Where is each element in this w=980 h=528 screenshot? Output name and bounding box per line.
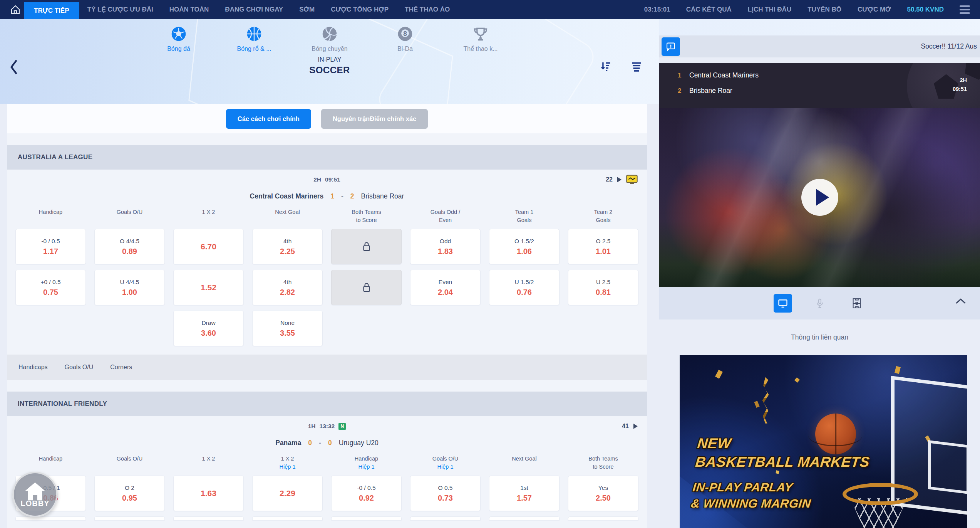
odds-cell[interactable]: Even2.04 xyxy=(410,270,481,305)
league-header-australia[interactable]: AUSTRALIA A LEAGUE xyxy=(7,145,647,170)
right-panel: Soccer!! 11/12 Aus 1 Central Coast Marin… xyxy=(659,19,980,528)
subtab-corners[interactable]: Corners xyxy=(110,364,132,371)
nav-item-cuoc-tong-hop[interactable]: CƯỢC TỔNG HỢP xyxy=(323,0,397,19)
eight-ball-icon: 8 xyxy=(397,25,414,42)
nav-item-cac-ket-qua[interactable]: CÁC KẾT QUẢ xyxy=(678,0,740,19)
betting-app: TRỰC TIẾP TỶ LỆ CƯỢC ƯU ĐÃI HOÀN TOÀN ĐA… xyxy=(0,0,980,528)
odds-cell[interactable]: O 4/4.50.89 xyxy=(94,229,165,264)
play-button[interactable] xyxy=(801,179,838,216)
pitch-view-button[interactable] xyxy=(848,294,866,313)
collapse-panel-button[interactable] xyxy=(955,298,966,304)
basketball-icon xyxy=(246,25,263,42)
lobby-button[interactable]: LOBBY xyxy=(12,472,58,517)
odds-cell[interactable]: 1st1.57 xyxy=(489,476,560,511)
sport-tab-basketball[interactable]: Bóng rổ & ... xyxy=(229,25,279,52)
sport-tab-soccer[interactable]: Bóng đá xyxy=(154,25,204,52)
odds-cell[interactable]: Odd1.83 xyxy=(410,229,481,264)
match-teams-row[interactable]: Central Coast Mariners 1 - 2 Brisbane Ro… xyxy=(7,188,647,204)
basketball-promo-banner[interactable]: NEW BASKETBALL MARKETS IN-PLAY PARLAY & … xyxy=(680,355,967,528)
odds-cell[interactable]: -0 / 0.50.92 xyxy=(331,476,402,511)
more-markets-link[interactable]: 22 xyxy=(606,171,638,188)
odds-cell[interactable]: Yes2.50 xyxy=(568,476,638,511)
nav-item-the-thao-ao[interactable]: THỂ THAO ẢO xyxy=(397,0,458,19)
odds-cell[interactable]: O 1.5/21.06 xyxy=(489,229,560,264)
league-header-friendly[interactable]: INTERNATIONAL FRIENDLY xyxy=(7,392,647,416)
odds-cell[interactable]: 4th2.82 xyxy=(252,270,323,305)
nav-item-lich-thi-dau[interactable]: LỊCH THI ĐẤU xyxy=(740,0,799,19)
odds-cell[interactable]: U 1.5/20.76 xyxy=(489,270,560,305)
stream-controls xyxy=(659,287,980,319)
odds-cell[interactable]: 4th2.25 xyxy=(252,229,323,264)
page-title: SOCCER xyxy=(0,65,659,76)
tv-view-button[interactable] xyxy=(774,294,792,313)
odds-cell[interactable]: 1.52 xyxy=(173,270,244,305)
banner-line-1: NEW xyxy=(696,434,872,453)
chat-button[interactable] xyxy=(662,37,680,56)
odds-cell[interactable]: O 20.95 xyxy=(94,476,165,511)
soccer-icon xyxy=(170,25,187,42)
sort-icon[interactable] xyxy=(599,60,612,73)
account-balance[interactable]: 50.50 KVND xyxy=(899,0,952,19)
odds-cell[interactable]: +0 / 0.50.75 xyxy=(15,270,86,305)
sport-tab-other[interactable]: Thể thao k... xyxy=(456,25,506,52)
odds-cell[interactable]: U 2.50.81 xyxy=(568,270,638,305)
related-info-label: Thông tin liên quan xyxy=(659,319,980,355)
team1-number: 1 xyxy=(678,72,683,79)
sport-tab-volleyball[interactable]: Bóng chuyền xyxy=(305,25,355,52)
markets-content: Các cách chơi chính Nguyên trậnĐiểm chín… xyxy=(7,104,647,528)
lock-icon xyxy=(361,281,372,294)
market-subtabs: Handicaps Goals O/U Corners xyxy=(7,355,647,380)
odds-row-friendly: -0.5 / 10.86 O 20.95 1.63 2.29 -0 / 0.50… xyxy=(7,476,647,516)
home-team-name: Central Coast Mariners xyxy=(250,192,324,200)
odds-cell[interactable]: 2.29 xyxy=(252,476,323,511)
market-count: 41 xyxy=(622,423,629,430)
banner-text: NEW BASKETBALL MARKETS IN-PLAY PARLAY & … xyxy=(690,434,873,511)
trophy-icon xyxy=(472,25,489,42)
sport-tab-label: Bóng chuyền xyxy=(312,45,347,52)
home-icon[interactable] xyxy=(7,1,24,18)
odds-cell[interactable]: O 2.51.01 xyxy=(568,229,638,264)
subtab-handicaps[interactable]: Handicaps xyxy=(18,364,48,371)
sport-tab-label: Bi-Da xyxy=(397,45,413,52)
odds-cell[interactable]: 1.63 xyxy=(173,476,244,511)
live-tv-icon xyxy=(626,175,638,185)
microphone-icon xyxy=(814,298,825,309)
main-markets-button[interactable]: Các cách chơi chính xyxy=(226,109,311,129)
menu-icon[interactable] xyxy=(952,5,975,14)
sport-tab-label: Thể thao k... xyxy=(464,45,498,52)
odds-cell[interactable]: O 0.50.73 xyxy=(410,476,481,511)
nav-item-tuyen-bo[interactable]: TUYÊN BỐ xyxy=(799,0,849,19)
odds-column-headers: Handicap Goals O/U 1 X 2 Next Goal Both … xyxy=(7,204,647,229)
banner-line-4: & WINNING MARGIN xyxy=(690,497,866,511)
sport-tab-billiards[interactable]: 8 Bi-Da xyxy=(380,25,430,52)
nav-item-som[interactable]: SỚM xyxy=(291,0,323,19)
nav-item-dang-choi-ngay[interactable]: ĐANG CHƠI NGAY xyxy=(217,0,291,19)
odds-cell[interactable]: 6.70 xyxy=(173,229,244,264)
video-player[interactable] xyxy=(659,108,980,287)
volleyball-icon xyxy=(321,25,338,42)
market-count: 22 xyxy=(606,176,613,183)
back-button[interactable] xyxy=(8,59,20,76)
odds-cell[interactable]: None3.55 xyxy=(252,311,323,346)
more-markets-link[interactable]: 41 xyxy=(622,418,638,435)
soccer-ball-graphic xyxy=(907,63,980,108)
team2-number: 2 xyxy=(678,87,683,95)
inplay-kicker: IN-PLAY xyxy=(0,56,659,63)
odds-cell[interactable]: Draw3.60 xyxy=(173,311,244,346)
nav-item-hoan-toan[interactable]: HOÀN TOÀN xyxy=(161,0,217,19)
nav-item-truc-tiep[interactable]: TRỰC TIẾP xyxy=(24,2,79,19)
correct-score-button[interactable]: Nguyên trậnĐiểm chính xác xyxy=(321,109,428,129)
match-clock: 13:32 xyxy=(320,423,335,430)
odds-column-headers-2: Handicap Goals O/U 1 X 2 1 X 2Hiệp 1 Han… xyxy=(7,451,647,476)
commentary-button[interactable] xyxy=(811,294,829,313)
nav-item-ty-le-cuoc[interactable]: TỶ LỆ CƯỢC ƯU ĐÃI xyxy=(79,0,161,19)
pitch-icon xyxy=(851,298,863,309)
market-view-icon[interactable] xyxy=(630,60,643,73)
subtab-goals-ou[interactable]: Goals O/U xyxy=(65,364,94,371)
away-score: 2 xyxy=(350,192,354,200)
nav-item-cuoc-mo[interactable]: CƯỢC MỞ xyxy=(849,0,899,19)
match-teams-row[interactable]: Panama 0 - 0 Uruguay U20 xyxy=(7,435,647,451)
odds-cell[interactable]: -0 / 0.51.17 xyxy=(15,229,86,264)
odds-row-3: Draw3.60 None3.55 xyxy=(7,311,647,351)
odds-cell[interactable]: U 4/4.51.00 xyxy=(94,270,165,305)
